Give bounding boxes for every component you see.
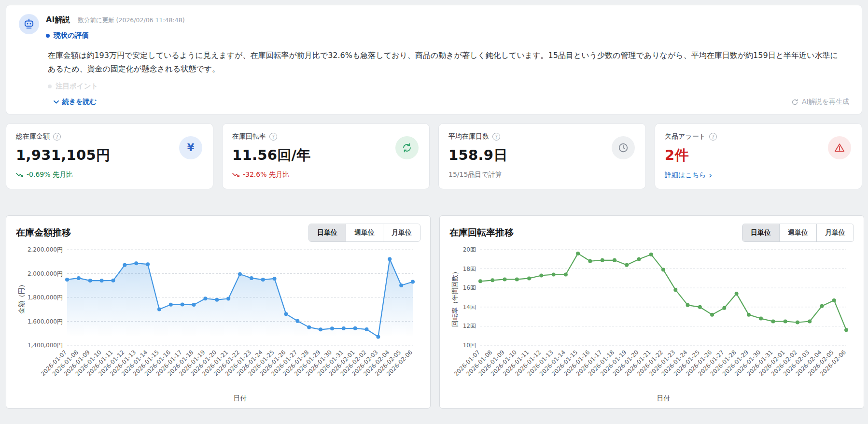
refresh-icon	[791, 99, 798, 106]
yen-icon: ¥	[179, 136, 202, 159]
svg-text:回転率（年間回数）: 回転率（年間回数）	[451, 268, 459, 327]
charts-row: 在庫金額推移 日単位 週単位 月単位 1,400,000円1,600,000円1…	[6, 215, 862, 409]
kpi-average-inventory-days: 平均在庫日数 ? 158.9日 15/15品目で計算	[438, 123, 646, 189]
tab-daily[interactable]: 日単位	[742, 224, 779, 241]
read-more-button[interactable]: 続きを読む	[54, 98, 97, 106]
help-icon[interactable]: ?	[492, 133, 500, 141]
granularity-tabs: 日単位 週単位 月単位	[742, 224, 854, 242]
svg-text:14回: 14回	[463, 304, 476, 311]
kpi-stockout-alert: 欠品アラート ? 2件 詳細はこちら ›	[655, 123, 862, 189]
svg-text:16回: 16回	[463, 284, 476, 291]
collapsed-section-label: 注目ポイント	[56, 82, 98, 91]
turnover-rate-chart-card: 在庫回転率推移 日単位 週単位 月単位 10回12回14回16回18回20回20…	[439, 215, 864, 409]
kpi-label: 平均在庫日数	[448, 132, 489, 141]
svg-text:日付: 日付	[657, 394, 671, 402]
collapsed-section: 注目ポイント	[48, 82, 849, 91]
details-link-label: 詳細はこちら	[665, 171, 706, 180]
kpi-total-inventory-value: 総在庫金額 ? 1,931,105円 -0.69% 先月比 ¥	[6, 123, 213, 189]
chart-title-inventory-amount: 在庫金額推移	[16, 226, 71, 239]
kpi-sub-text: 15/15品目で計算	[448, 170, 502, 179]
trend-down-icon	[16, 172, 24, 178]
inventory-amount-chart-card: 在庫金額推移 日単位 週単位 月単位 1,400,000円1,600,000円1…	[6, 215, 431, 409]
kpi-label: 欠品アラート	[665, 132, 706, 141]
help-icon[interactable]: ?	[53, 133, 61, 141]
kpi-trend-text: -32.6% 先月比	[243, 170, 289, 179]
ai-explanation-panel: AI解説 数分前に更新 (2026/02/06 11:48:48) 現状の評価 …	[6, 5, 862, 114]
stockout-details-link[interactable]: 詳細はこちら ›	[665, 170, 852, 180]
svg-text:日付: 日付	[234, 394, 247, 402]
help-icon[interactable]: ?	[709, 133, 717, 141]
kpi-trend-text: -0.69% 先月比	[27, 170, 73, 179]
svg-text:金額（円）: 金額（円）	[17, 281, 25, 314]
alert-triangle-icon	[828, 136, 851, 159]
tab-monthly[interactable]: 月単位	[816, 224, 854, 241]
svg-text:1,600,000円: 1,600,000円	[28, 318, 63, 325]
trend-down-icon	[232, 172, 240, 178]
chart-title-turnover-rate: 在庫回転率推移	[449, 226, 514, 239]
ai-panel-title: AI解説	[46, 15, 70, 25]
read-more-label: 続きを読む	[62, 98, 97, 106]
kpi-label: 総在庫金額	[16, 132, 50, 141]
svg-text:2,000,000円: 2,000,000円	[28, 270, 63, 277]
dashboard: AI解説 数分前に更新 (2026/02/06 11:48:48) 現状の評価 …	[0, 0, 868, 413]
svg-text:2,200,000円: 2,200,000円	[28, 246, 63, 253]
regenerate-ai-button[interactable]: AI解説を再生成	[791, 98, 849, 106]
ai-section-label: 現状の評価	[54, 31, 89, 40]
kpi-label: 在庫回転率	[232, 132, 266, 141]
tab-monthly[interactable]: 月単位	[383, 224, 420, 241]
svg-text:18回: 18回	[463, 266, 476, 272]
tab-daily[interactable]: 日単位	[309, 224, 346, 241]
granularity-tabs: 日単位 週単位 月単位	[308, 224, 420, 242]
tab-weekly[interactable]: 週単位	[346, 224, 383, 241]
section-bullet	[46, 34, 50, 38]
svg-text:1,800,000円: 1,800,000円	[28, 294, 63, 301]
svg-text:10回: 10回	[463, 342, 476, 349]
inventory-amount-line-chart: 1,400,000円1,600,000円1,800,000円2,000,000円…	[16, 243, 420, 403]
refresh-icon	[395, 136, 419, 159]
robot-icon	[19, 14, 39, 34]
ai-summary-text: 在庫金額は約193万円で安定しているように見えますが、在庫回転率が前月比で32.…	[48, 49, 849, 76]
svg-text:1,400,000円: 1,400,000円	[28, 342, 63, 349]
tab-weekly[interactable]: 週単位	[779, 224, 816, 241]
chevron-down-icon	[54, 100, 59, 104]
kpi-row: 総在庫金額 ? 1,931,105円 -0.69% 先月比 ¥ 在庫回転率 ? …	[6, 123, 862, 189]
chevron-right-icon: ›	[709, 170, 712, 180]
svg-text:12回: 12回	[463, 323, 476, 329]
kpi-value: 11.56回/年	[232, 146, 420, 165]
kpi-value: 2件	[665, 146, 852, 165]
kpi-value: 1,931,105円	[16, 146, 203, 165]
regenerate-ai-label: AI解説を再生成	[802, 98, 849, 106]
clock-icon	[612, 136, 635, 159]
turnover-rate-line-chart: 10回12回14回16回18回20回2026-01-072026-01-0820…	[449, 243, 854, 403]
ai-updated-timestamp: 数分前に更新 (2026/02/06 11:48:48)	[78, 16, 184, 25]
svg-text:20回: 20回	[463, 246, 476, 253]
help-icon[interactable]: ?	[269, 133, 277, 141]
kpi-value: 158.9日	[448, 146, 636, 165]
section-bullet	[48, 85, 52, 88]
kpi-turnover-rate: 在庫回転率 ? 11.56回/年 -32.6% 先月比	[222, 123, 430, 189]
